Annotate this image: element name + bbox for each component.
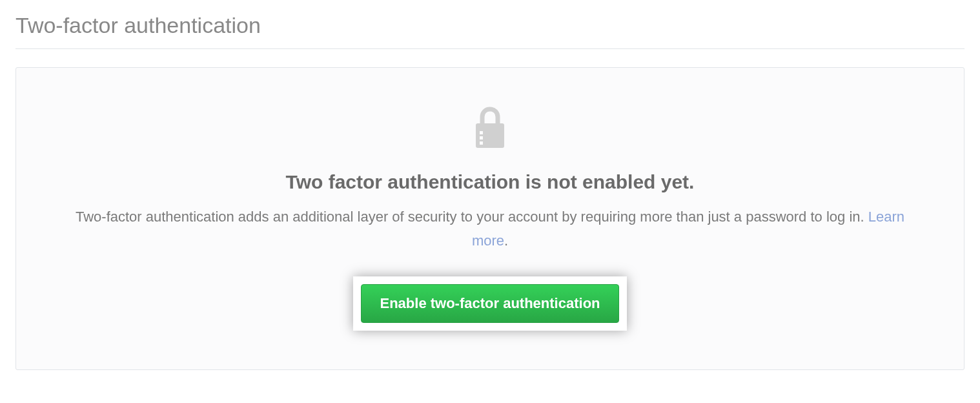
svg-rect-3	[480, 141, 483, 145]
panel-description-period: .	[504, 232, 508, 249]
enable-two-factor-button[interactable]: Enable two-factor authentication	[361, 284, 618, 323]
svg-rect-1	[480, 131, 483, 134]
panel-description: Two-factor authentication adds an additi…	[64, 205, 916, 253]
two-factor-panel: Two factor authentication is not enabled…	[15, 67, 965, 370]
svg-rect-2	[480, 136, 483, 140]
panel-heading: Two factor authentication is not enabled…	[42, 171, 938, 193]
panel-description-text: Two-factor authentication adds an additi…	[76, 209, 868, 225]
button-highlight-wrap: Enable two-factor authentication	[353, 276, 626, 331]
lock-icon	[471, 107, 509, 153]
page-title: Two-factor authentication	[15, 13, 965, 49]
